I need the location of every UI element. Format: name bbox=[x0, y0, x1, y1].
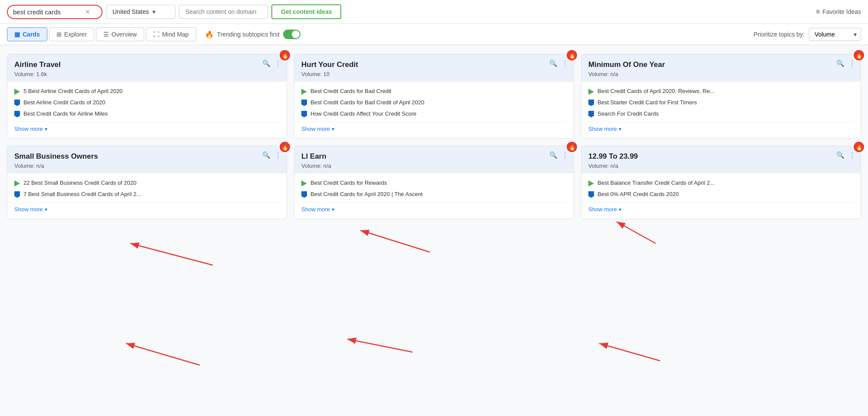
list-item[interactable]: Best Credit Cards for Airline Miles bbox=[14, 110, 280, 117]
show-more-button[interactable]: Show more▾ bbox=[301, 202, 567, 213]
show-more-button[interactable]: Show more▾ bbox=[301, 122, 567, 132]
card-more-icon[interactable]: ⋮ bbox=[562, 60, 568, 67]
card-actions-small-business-owners: 🔍⋮ bbox=[262, 151, 281, 159]
favorite-ideas-label: Favorite Ideas bbox=[822, 8, 861, 15]
list-item[interactable]: Best Starter Credit Card for First Timer… bbox=[588, 99, 854, 106]
card-more-icon[interactable]: ⋮ bbox=[562, 151, 568, 159]
show-more-label: Show more bbox=[14, 126, 43, 132]
list-item[interactable]: Best Credit Cards for Rewards bbox=[301, 180, 567, 186]
cards-grid: 🔥Airline TravelVolume: 1.6k🔍⋮5 Best Airl… bbox=[0, 45, 868, 228]
chevron-down-icon: ▾ bbox=[45, 126, 47, 132]
tab-explorer[interactable]: ⊞ Explorer bbox=[49, 27, 94, 41]
list-item[interactable]: Best Credit Cards for April 2020 | The A… bbox=[301, 191, 567, 198]
blue-bookmark-icon bbox=[14, 191, 20, 198]
card-more-icon[interactable]: ⋮ bbox=[849, 151, 855, 159]
list-item[interactable]: 7 Best Small Business Credit Cards of Ap… bbox=[14, 191, 280, 198]
list-item[interactable]: Best Airline Credit Cards of 2020 bbox=[14, 99, 280, 106]
show-more-label: Show more bbox=[301, 126, 330, 132]
list-item[interactable]: How Credit Cards Affect Your Credit Scor… bbox=[301, 110, 567, 117]
blue-bookmark-icon bbox=[14, 100, 20, 106]
blue-bookmark-icon bbox=[588, 111, 594, 117]
domain-search-input[interactable] bbox=[179, 5, 268, 19]
card-title-small-business-owners: Small Business Owners bbox=[14, 152, 280, 161]
blue-bookmark-icon bbox=[588, 100, 594, 106]
card-header-ll-earn: 🔥Ll EarnVolume: n/a🔍⋮ bbox=[294, 146, 574, 173]
show-more-label: Show more bbox=[588, 126, 617, 132]
tab-mindmap-label: Mind Map bbox=[162, 31, 188, 38]
card-search-icon[interactable]: 🔍 bbox=[836, 60, 845, 67]
card-actions-airline-travel: 🔍⋮ bbox=[262, 60, 281, 67]
blue-bookmark-icon bbox=[301, 111, 307, 117]
tab-overview-label: Overview bbox=[112, 31, 137, 38]
show-more-button[interactable]: Show more▾ bbox=[14, 202, 280, 213]
card-body-small-business-owners: 22 Best Small Business Credit Cards of 2… bbox=[7, 173, 287, 219]
card-actions-minimum-one-year: 🔍⋮ bbox=[836, 60, 855, 67]
search-input[interactable] bbox=[13, 8, 83, 16]
country-label: United States bbox=[112, 8, 149, 15]
list-item-text: Best Credit Cards for April 2020 | The A… bbox=[310, 191, 422, 197]
chevron-down-icon: ▾ bbox=[619, 126, 621, 132]
volume-select[interactable]: Volume Trending Difficulty bbox=[809, 28, 861, 41]
card-ll-earn: 🔥Ll EarnVolume: n/a🔍⋮Best Credit Cards f… bbox=[294, 146, 574, 219]
card-actions-hurt-your-credit: 🔍⋮ bbox=[549, 60, 568, 67]
chevron-down-icon: ▾ bbox=[45, 206, 47, 213]
favorite-ideas-button[interactable]: ≡ Favorite Ideas bbox=[816, 8, 861, 16]
card-header-small-business-owners: 🔥Small Business OwnersVolume: n/a🔍⋮ bbox=[7, 146, 287, 173]
card-more-icon[interactable]: ⋮ bbox=[275, 151, 281, 159]
green-flag-icon bbox=[588, 89, 594, 95]
trending-fire-icon: 🔥 bbox=[205, 30, 214, 39]
list-item[interactable]: Best Balance Transfer Credit Cards of Ap… bbox=[588, 180, 854, 186]
list-item[interactable]: Best Credit Cards of April 2020: Reviews… bbox=[588, 88, 854, 95]
card-title-hurt-your-credit: Hurt Your Credit bbox=[301, 60, 567, 69]
card-title-airline-travel: Airline Travel bbox=[14, 60, 280, 69]
card-search-icon[interactable]: 🔍 bbox=[549, 60, 558, 67]
mindmap-icon: ⛶ bbox=[153, 31, 159, 38]
card-body-airline-travel: 5 Best Airline Credit Cards of April 202… bbox=[7, 82, 287, 138]
trending-toggle[interactable] bbox=[283, 30, 300, 39]
chevron-down-icon: ▾ bbox=[619, 206, 621, 213]
card-search-icon[interactable]: 🔍 bbox=[549, 151, 558, 159]
show-more-button[interactable]: Show more▾ bbox=[14, 122, 280, 132]
tab-cards[interactable]: ▦ Cards bbox=[7, 27, 47, 41]
card-more-icon[interactable]: ⋮ bbox=[275, 60, 281, 67]
list-item-text: Best Credit Cards of April 2020: Reviews… bbox=[597, 88, 715, 94]
get-ideas-button[interactable]: Get content ideas bbox=[271, 4, 341, 19]
tab-overview[interactable]: ☰ Overview bbox=[96, 27, 144, 41]
list-item[interactable]: 22 Best Small Business Credit Cards of 2… bbox=[14, 180, 280, 186]
list-item[interactable]: Best Credit Cards for Bad Credit of Apri… bbox=[301, 99, 567, 106]
green-flag-icon bbox=[14, 89, 20, 95]
list-item[interactable]: Best Credit Cards for Bad Credit bbox=[301, 88, 567, 95]
tab-mindmap[interactable]: ⛶ Mind Map bbox=[146, 27, 196, 41]
clear-icon[interactable]: ✕ bbox=[85, 8, 90, 15]
list-item[interactable]: Best 0% APR Credit Cards 2020 bbox=[588, 191, 854, 198]
show-more-button[interactable]: Show more▾ bbox=[588, 202, 854, 213]
green-flag-icon bbox=[14, 180, 20, 186]
card-volume-minimum-one-year: Volume: n/a bbox=[588, 71, 854, 77]
card-search-icon[interactable]: 🔍 bbox=[262, 151, 271, 159]
list-item-text: How Credit Cards Affect Your Credit Scor… bbox=[310, 110, 416, 117]
card-airline-travel: 🔥Airline TravelVolume: 1.6k🔍⋮5 Best Airl… bbox=[7, 54, 287, 139]
list-item-text: Best Airline Credit Cards of 2020 bbox=[23, 99, 106, 106]
card-title-minimum-one-year: Minimum Of One Year bbox=[588, 60, 854, 69]
card-body-hurt-your-credit: Best Credit Cards for Bad CreditBest Cre… bbox=[294, 82, 574, 138]
toolbar: ✕ United States ▾ Get content ideas ≡ Fa… bbox=[0, 0, 868, 24]
hamburger-icon: ≡ bbox=[816, 8, 820, 16]
card-search-icon[interactable]: 🔍 bbox=[262, 60, 271, 67]
list-item[interactable]: Search For Credit Cards bbox=[588, 110, 854, 117]
card-title-12-99-to-23-99: 12.99 To 23.99 bbox=[588, 152, 854, 161]
card-more-icon[interactable]: ⋮ bbox=[849, 60, 855, 67]
card-12-99-to-23-99: 🔥12.99 To 23.99Volume: n/a🔍⋮Best Balance… bbox=[581, 146, 861, 219]
green-flag-icon bbox=[301, 180, 307, 186]
card-minimum-one-year: 🔥Minimum Of One YearVolume: n/a🔍⋮Best Cr… bbox=[581, 54, 861, 139]
trending-label: Trending subtopics first bbox=[217, 31, 280, 38]
list-item-text: 22 Best Small Business Credit Cards of 2… bbox=[23, 180, 136, 186]
list-item[interactable]: 5 Best Airline Credit Cards of April 202… bbox=[14, 88, 280, 95]
show-more-button[interactable]: Show more▾ bbox=[588, 122, 854, 132]
country-select[interactable]: United States ▾ bbox=[106, 5, 175, 19]
card-header-minimum-one-year: 🔥Minimum Of One YearVolume: n/a🔍⋮ bbox=[581, 54, 861, 82]
card-search-icon[interactable]: 🔍 bbox=[836, 151, 845, 159]
blue-bookmark-icon bbox=[588, 191, 594, 198]
chevron-down-icon: ▾ bbox=[332, 126, 334, 132]
card-title-ll-earn: Ll Earn bbox=[301, 152, 567, 161]
list-item-text: Search For Credit Cards bbox=[597, 110, 659, 117]
